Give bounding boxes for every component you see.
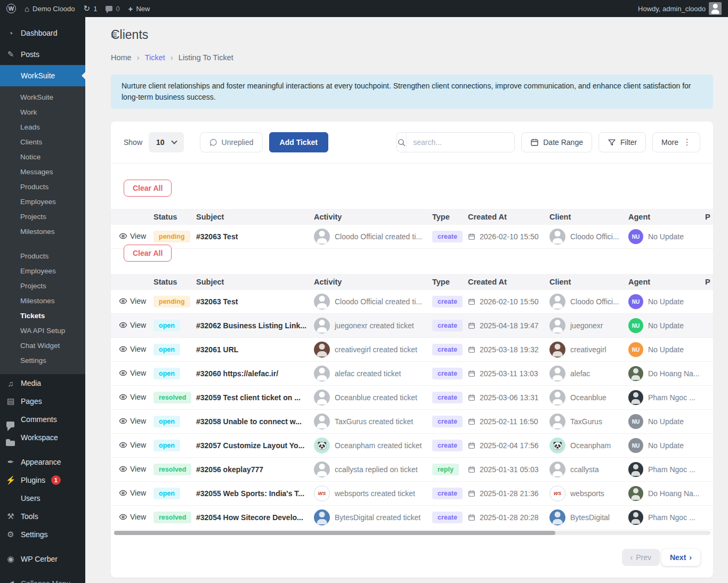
unreplied-button[interactable]: Unreplied	[200, 132, 263, 152]
sidebar-subitem-clients[interactable]: Clients	[0, 134, 85, 149]
search-button[interactable]	[397, 133, 407, 152]
prev-page-button[interactable]: ‹Prev	[622, 549, 660, 566]
sidebar-subitem-settings[interactable]: Settings	[0, 353, 85, 368]
ticket-subject-link[interactable]: #32055 Web Sports: India's T...	[196, 489, 304, 498]
sidebar-subitem-leads[interactable]: Leads	[0, 119, 85, 134]
view-button[interactable]: View	[119, 321, 146, 329]
status-badge: pending	[153, 296, 190, 307]
sidebar-subitem-products[interactable]: Products	[0, 179, 85, 194]
more-button[interactable]: More⋮	[652, 132, 700, 152]
sidebar-item-worksuite[interactable]: WorkSuite	[0, 65, 85, 86]
sidebar-subitem-notice[interactable]: Notice	[0, 149, 85, 164]
agent-avatar: NU	[628, 229, 643, 244]
sidebar-subitem-projects[interactable]: Projects	[0, 209, 85, 224]
sidebar-subitem-projects[interactable]: Projects	[0, 278, 85, 293]
ticket-subject-link[interactable]: #32058 Unable to connect w...	[196, 417, 302, 426]
sidebar-item-tools[interactable]: ⚒Tools	[0, 507, 85, 525]
view-button[interactable]: View	[119, 513, 146, 521]
sidebar-item-comments[interactable]: Comments	[0, 410, 85, 428]
sidebar-item-dashboard[interactable]: ◔Dashboard	[0, 22, 85, 44]
ticket-subject-link[interactable]: #32060 https://alefac.ir/	[196, 369, 278, 378]
sidebar-item-appearance[interactable]: ✒Appearance	[0, 453, 85, 471]
horizontal-scrollbar-thumb[interactable]	[114, 531, 555, 535]
ticket-subject-link[interactable]: #32057 Customize Layout Yo...	[196, 441, 304, 450]
sidebar-subitem-chat-widget[interactable]: Chat Widget	[0, 338, 85, 353]
view-button[interactable]: View	[119, 417, 146, 425]
search-input[interactable]	[407, 133, 515, 152]
ticket-subject-link[interactable]: #32056 okeplay777	[196, 465, 263, 474]
sidebar-subitem-tickets[interactable]: Tickets	[0, 308, 85, 323]
breadcrumb-home[interactable]: Home	[111, 53, 132, 62]
agent-avatar: NU	[628, 342, 643, 357]
sidebar-item-users[interactable]: Users	[0, 489, 85, 507]
type-badge: create	[432, 440, 463, 451]
filter-button[interactable]: Filter	[598, 132, 646, 152]
date-range-button[interactable]: Date Range	[521, 132, 592, 152]
eye-icon	[119, 369, 127, 377]
sidebar-subitem-milestones[interactable]: Milestones	[0, 293, 85, 308]
activity-avatar	[314, 390, 330, 406]
clear-all-button[interactable]: Clear All	[124, 180, 172, 197]
ticket-subject-link[interactable]: #32059 Test client ticket on ...	[196, 393, 301, 402]
sidebar-subitem-messages[interactable]: Messages	[0, 164, 85, 179]
sidebar-item-settings[interactable]: ⚙Settings	[0, 525, 85, 544]
sidebar-item-plugins[interactable]: ⚡Plugins1	[0, 471, 85, 489]
calendar-icon	[468, 466, 475, 473]
clear-all-button[interactable]: Clear All	[124, 245, 172, 262]
agent-avatar	[628, 390, 643, 405]
status-badge: open	[153, 488, 180, 499]
view-button[interactable]: View	[119, 489, 146, 497]
view-button[interactable]: View	[119, 297, 146, 305]
sidebar-subitem-products[interactable]: Products	[0, 248, 85, 263]
new-content-link[interactable]: +New	[128, 4, 150, 13]
view-button[interactable]: View	[119, 441, 146, 449]
view-button[interactable]: View	[119, 369, 146, 377]
sidebar-subitem-worksuite[interactable]: WorkSuite	[0, 90, 85, 104]
update-count-badge: 1	[51, 475, 61, 485]
settings-icon: ⚙	[5, 530, 16, 539]
agent-name: Pham Ngoc ...	[648, 513, 695, 522]
comments-link[interactable]: 0	[106, 5, 119, 13]
sidebar-item-media[interactable]: ♫Media	[0, 374, 85, 392]
sidebar-subitem-work[interactable]: Work	[0, 104, 85, 119]
created-at-value: 2025-03-06 13:31	[480, 393, 539, 402]
eye-icon	[119, 321, 127, 329]
sidebar-item-collapse-menu[interactable]: ◀Collapse Menu	[0, 574, 85, 583]
eye-icon	[119, 232, 127, 240]
sidebar-subitem-employees[interactable]: Employees	[0, 194, 85, 209]
sidebar-item-posts[interactable]: ✎Posts	[0, 44, 85, 65]
menu-label: Workspace	[21, 433, 58, 442]
agent-name: No Update	[648, 417, 684, 426]
sidebar-subitem-employees[interactable]: Employees	[0, 263, 85, 278]
view-button[interactable]: View	[119, 232, 146, 240]
sidebar-subitem-wa-api-setup[interactable]: WA API Setup	[0, 323, 85, 338]
table-header-row: Status Subject Activity Type Created At …	[111, 274, 713, 290]
ticket-subject-link[interactable]: #32054 How Sitecore Develo...	[196, 513, 303, 522]
updates-link[interactable]: ↻1	[84, 4, 98, 13]
view-button[interactable]: View	[119, 345, 146, 353]
ticket-subject-link[interactable]: #32061 URL	[196, 345, 238, 354]
sidebar-item-workspace[interactable]: Workspace	[0, 428, 85, 447]
breadcrumb-ticket-link[interactable]: Ticket	[145, 53, 165, 62]
horizontal-scrollbar[interactable]	[114, 531, 710, 535]
type-badge: create	[432, 368, 463, 379]
client-avatar	[549, 509, 565, 525]
view-button[interactable]: View	[119, 393, 146, 401]
my-account-link[interactable]: Howdy, admin_cloodo	[638, 2, 722, 15]
agent-name: No Update	[648, 345, 684, 354]
ticket-subject-link[interactable]: #32063 Test	[196, 297, 238, 306]
sidebar-item-wp-cerber[interactable]: ◉WP Cerber	[0, 550, 85, 568]
wp-logo-button[interactable]: W	[6, 4, 16, 13]
next-page-button[interactable]: Next›	[661, 549, 700, 566]
ticket-subject-link[interactable]: #32062 Business Listing Link...	[196, 321, 306, 330]
add-ticket-button[interactable]: Add Ticket	[269, 132, 328, 152]
sidebar-item-pages[interactable]: ▤Pages	[0, 392, 85, 410]
created-at-value: 2026-02-10 15:50	[480, 297, 539, 306]
per-page-select[interactable]: 10	[149, 132, 184, 152]
ticket-subject-link[interactable]: #32063 Test	[196, 232, 238, 241]
col-type: Type	[432, 278, 468, 286]
site-name-link[interactable]: ⌂Demo Cloodo	[25, 5, 75, 13]
view-button[interactable]: View	[119, 465, 146, 473]
sidebar-subitem-milestones[interactable]: Milestones	[0, 224, 85, 239]
vertical-dots-icon: ⋮	[683, 138, 691, 147]
